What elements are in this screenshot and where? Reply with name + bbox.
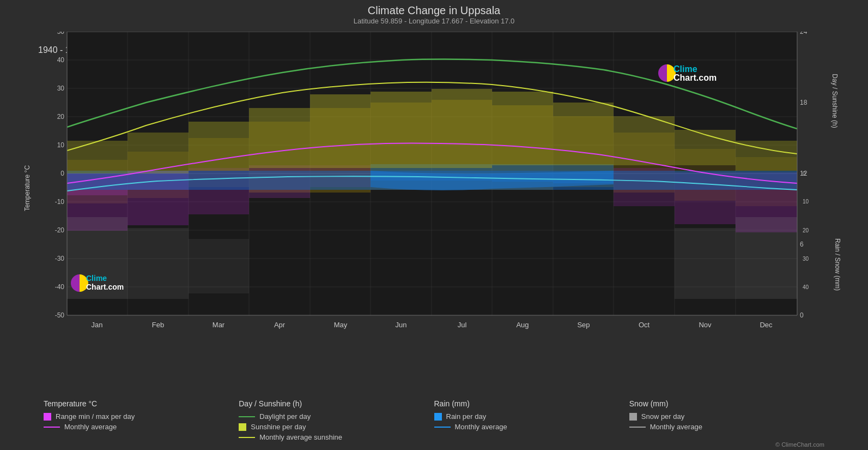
svg-text:Sep: Sep [577, 321, 590, 329]
svg-text:Jan: Jan [92, 321, 103, 329]
svg-text:Apr: Apr [274, 321, 286, 329]
legend-sunshine-avg-label: Monthly average sunshine [259, 433, 342, 441]
svg-text:-20: -20 [55, 226, 65, 234]
svg-rect-57 [189, 239, 249, 293]
legend-temp-avg: Monthly average [44, 423, 239, 431]
svg-text:0: 0 [803, 171, 806, 177]
legend-snow-per-day: Snow per day [629, 412, 824, 421]
svg-rect-56 [128, 228, 189, 299]
rain-avg-line [434, 427, 451, 428]
svg-text:Oct: Oct [639, 321, 650, 329]
svg-rect-58 [675, 228, 736, 299]
svg-rect-64 [310, 94, 371, 168]
legend-temp-avg-label: Monthly average [64, 423, 117, 431]
svg-text:0: 0 [60, 170, 64, 177]
svg-text:Chart.com: Chart.com [86, 283, 124, 291]
rain-color [434, 413, 442, 421]
legend-sunshine-avg: Monthly average sunshine [239, 433, 434, 441]
main-container: Climate Change in Uppsala Latitude 59.85… [0, 0, 868, 450]
legend-snow-label: Snow per day [641, 412, 685, 421]
legend-daylight-label: Daylight per day [259, 412, 311, 421]
legend-snow-avg: Monthly average [629, 423, 824, 431]
svg-text:-10: -10 [55, 198, 65, 206]
svg-rect-61 [128, 133, 189, 173]
legend-temperature: Temperature °C Range min / max per day M… [44, 399, 239, 441]
svg-text:6: 6 [800, 241, 804, 248]
copyright: © ClimeChart.com [0, 441, 868, 450]
svg-text:May: May [334, 321, 348, 329]
snow-color [629, 413, 637, 421]
svg-text:40: 40 [57, 56, 65, 64]
svg-rect-67 [492, 92, 553, 165]
svg-text:30: 30 [803, 256, 809, 262]
legend-temp-range: Range min / max per day [44, 412, 239, 421]
daylight-line [239, 416, 255, 417]
sunshine-avg-line [239, 437, 255, 438]
svg-text:24: 24 [800, 32, 808, 35]
svg-rect-65 [371, 92, 432, 168]
svg-text:10: 10 [803, 199, 809, 205]
legend-sunshine-per-day: Sunshine per day [239, 423, 434, 431]
legend-sunshine-label: Sunshine per day [251, 423, 306, 431]
legend-area: Temperature °C Range min / max per day M… [0, 395, 868, 441]
svg-text:Jun: Jun [396, 321, 407, 329]
svg-rect-66 [432, 89, 492, 168]
svg-text:Clime: Clime [673, 64, 697, 74]
y-axis-right-rain-label: Rain / Snow (mm) [834, 238, 841, 291]
temp-range-color [44, 413, 51, 421]
svg-text:Clime: Clime [86, 274, 107, 283]
svg-rect-63 [249, 108, 310, 168]
svg-text:Dec: Dec [760, 321, 773, 329]
svg-text:Aug: Aug [516, 321, 529, 329]
title-section: Climate Change in Uppsala Latitude 59.85… [0, 0, 868, 26]
main-title: Climate Change in Uppsala [0, 4, 868, 17]
y-axis-left-label: Temperature °C [23, 165, 31, 211]
snow-avg-line [629, 427, 646, 428]
svg-text:Chart.com: Chart.com [673, 73, 717, 82]
legend-rain-per-day: Rain per day [434, 412, 629, 421]
svg-text:-40: -40 [55, 283, 65, 291]
subtitle: Latitude 59.859 - Longitude 17.667 - Ele… [0, 17, 868, 25]
svg-text:18: 18 [800, 99, 808, 106]
svg-text:0: 0 [800, 311, 804, 319]
svg-rect-68 [553, 103, 614, 165]
sunshine-color [239, 423, 246, 431]
svg-text:40: 40 [803, 284, 809, 290]
legend-daylight: Daylight per day [239, 412, 434, 421]
legend-rain-avg: Monthly average [434, 423, 629, 431]
svg-text:20: 20 [57, 113, 65, 121]
legend-rain-header: Rain (mm) [434, 399, 629, 408]
legend-snow: Snow (mm) Snow per day Monthly average [629, 399, 824, 441]
svg-text:Feb: Feb [152, 321, 164, 329]
legend-rain-label: Rain per day [446, 412, 487, 421]
svg-text:30: 30 [57, 85, 65, 92]
temp-avg-line [44, 427, 60, 428]
svg-text:10: 10 [57, 141, 65, 149]
svg-text:Nov: Nov [699, 321, 712, 329]
legend-sun-header: Day / Sunshine (h) [239, 399, 434, 408]
legend-sunshine: Day / Sunshine (h) Daylight per day Suns… [239, 399, 434, 441]
legend-rain-avg-label: Monthly average [455, 423, 507, 431]
svg-text:-50: -50 [55, 311, 65, 319]
legend-rain: Rain (mm) Rain per day Monthly average [434, 399, 629, 441]
svg-text:Mar: Mar [213, 321, 225, 329]
svg-text:Jul: Jul [458, 321, 467, 329]
svg-rect-60 [67, 141, 128, 173]
svg-text:20: 20 [803, 227, 809, 233]
svg-text:50: 50 [57, 32, 65, 35]
legend-snow-header: Snow (mm) [629, 399, 824, 408]
legend-temp-range-label: Range min / max per day [56, 412, 135, 421]
svg-text:-30: -30 [55, 255, 65, 262]
legend-temp-header: Temperature °C [44, 399, 239, 408]
svg-rect-62 [189, 122, 249, 171]
chart-svg: 50 40 30 20 10 0 -10 -20 -30 -40 -50 24 … [37, 32, 833, 337]
svg-rect-59 [736, 217, 797, 299]
legend-snow-avg-label: Monthly average [650, 423, 702, 431]
